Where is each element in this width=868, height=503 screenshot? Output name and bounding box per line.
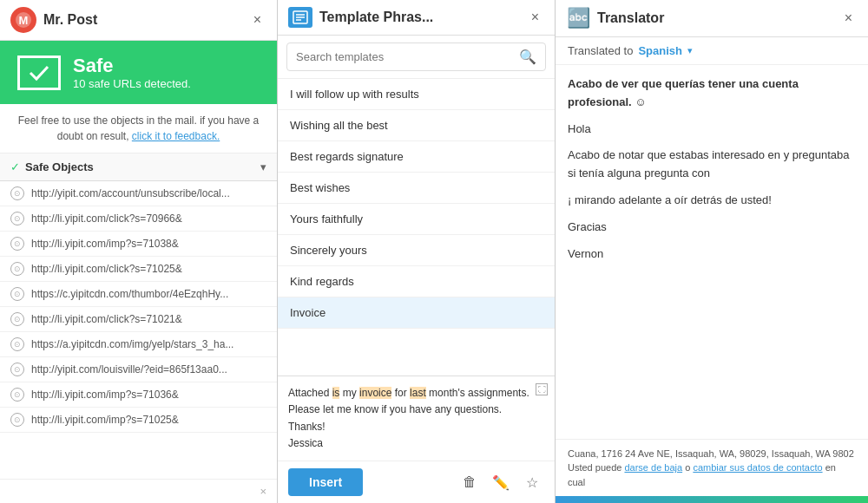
link-icon: ⊙: [10, 312, 24, 326]
safe-objects-header: ✓ Safe Objects ▾: [0, 154, 277, 181]
trans-paragraph: Vernon: [568, 245, 856, 264]
list-item[interactable]: ⊙http://li.yipit.com/imp?s=71036&: [0, 382, 277, 408]
safe-objects-label: Safe Objects: [25, 160, 260, 173]
left-panel: M Mr. Post × Safe 10 safe URLs detected.…: [0, 0, 278, 503]
trans-paragraph: Gracias: [568, 219, 856, 237]
translated-to-bar: Translated to Spanish ▾: [556, 37, 868, 65]
trans-paragraph: Acabo de notar que estabas interesado en…: [568, 147, 856, 183]
template-actions: Insert 🗑 ✏️ ☆: [278, 461, 555, 503]
search-icon: 🔍: [519, 49, 536, 65]
close-small-icon[interactable]: ×: [260, 485, 266, 498]
safe-text-block: Safe 10 safe URLs detected.: [73, 55, 191, 90]
template-item[interactable]: Invoice: [278, 297, 555, 329]
template-item[interactable]: Kind regards: [278, 266, 555, 297]
left-panel-header: M Mr. Post ×: [0, 0, 277, 41]
left-panel-footer: ×: [0, 479, 277, 503]
edit-icon[interactable]: ✏️: [489, 470, 513, 494]
left-panel-title: Mr. Post: [43, 12, 248, 28]
template-item[interactable]: Sincerely yours: [278, 235, 555, 266]
svg-text:M: M: [19, 14, 29, 27]
footer-between-text: o: [685, 462, 693, 473]
trans-intro: Acabo de ver que querías tener una cuent…: [568, 75, 856, 112]
footer-gradient: [556, 496, 868, 503]
footer-address: Cuana, 1716 24 Ave NE, Issaquah, WA, 980…: [568, 447, 856, 461]
middle-panel-title: Template Phras...: [319, 10, 519, 25]
list-item[interactable]: ⊙http://li.yipit.com/click?s=71025&: [0, 257, 277, 282]
language-badge[interactable]: Spanish: [638, 44, 682, 57]
language-chevron-icon[interactable]: ▾: [687, 45, 693, 56]
link-icon: ⊙: [10, 186, 24, 200]
check-icon: ✓: [10, 160, 20, 173]
url-list: ⊙http://yipit.com/account/unsubscribe/lo…: [0, 181, 277, 479]
list-item[interactable]: ⊙http://li.yipit.com/click?s=71021&: [0, 307, 277, 332]
template-item[interactable]: Yours faithfully: [278, 204, 555, 235]
footer-links: Usted puede darse de baja o cambiar sus …: [568, 461, 856, 489]
expand-icon[interactable]: ⛶: [536, 383, 548, 395]
chevron-down-icon[interactable]: ▾: [260, 160, 266, 173]
safe-title: Safe: [73, 55, 191, 77]
template-icon: [288, 7, 312, 28]
template-item[interactable]: Best regards signature: [278, 141, 555, 173]
insert-button[interactable]: Insert: [288, 468, 363, 496]
translator-content: Acabo de ver que querías tener una cuent…: [556, 65, 868, 439]
preview-text: Attached is my invoice for last month's …: [288, 385, 544, 452]
middle-panel: Template Phras... × 🔍 I will follow up w…: [278, 0, 556, 503]
link-icon: ⊙: [10, 337, 24, 351]
safe-info: Feel free to use the objects in the mail…: [0, 104, 277, 154]
left-panel-close[interactable]: ×: [248, 10, 266, 29]
trans-paragraph: ¡ mirando adelante a oír detrás de usted…: [568, 192, 856, 210]
template-list: I will follow up with resultsWishing all…: [278, 78, 555, 376]
app-icon: M: [10, 7, 36, 33]
list-item[interactable]: ⊙http://yipit.com/louisville/?eid=865f13…: [0, 357, 277, 382]
list-item[interactable]: ⊙http://li.yipit.com/imp?s=71025&: [0, 408, 277, 433]
template-item[interactable]: I will follow up with results: [278, 79, 555, 110]
link-icon: ⊙: [10, 212, 24, 225]
translator-title: Translator: [597, 10, 839, 26]
list-item[interactable]: ⊙http://li.yipit.com/imp?s=71038&: [0, 232, 277, 257]
trans-paragraph: Hola: [568, 121, 856, 139]
link-icon: ⊙: [10, 388, 24, 402]
safe-subtitle: 10 safe URLs detected.: [73, 77, 191, 90]
list-item[interactable]: ⊙https://a.yipitcdn.com/img/yelp/stars_3…: [0, 332, 277, 357]
middle-panel-close[interactable]: ×: [526, 8, 544, 27]
safe-checkmark-icon: [17, 56, 61, 90]
footer-text-before: Usted puede: [568, 462, 621, 473]
template-item[interactable]: Best wishes: [278, 173, 555, 204]
feedback-link[interactable]: click it to feedback.: [132, 130, 220, 142]
delete-icon[interactable]: 🗑: [457, 470, 482, 494]
translator-icon: 🔤: [566, 7, 590, 29]
list-item[interactable]: ⊙https://c.yipitcdn.com/thumbor/4eEzqhHy…: [0, 282, 277, 307]
list-item[interactable]: ⊙http://li.yipit.com/click?s=70966&: [0, 206, 277, 232]
template-preview: ⛶ Attached is my invoice for last month'…: [278, 376, 555, 461]
right-panel-close[interactable]: ×: [839, 9, 858, 28]
search-bar: 🔍: [286, 42, 546, 71]
right-panel: 🔤 Translator × Translated to Spanish ▾ A…: [556, 0, 868, 503]
star-icon[interactable]: ☆: [520, 470, 544, 494]
safe-banner: Safe 10 safe URLs detected.: [0, 41, 277, 104]
translator-header: 🔤 Translator ×: [556, 0, 868, 37]
middle-panel-header: Template Phras... ×: [278, 0, 555, 36]
link-icon: ⊙: [10, 262, 24, 276]
translated-to-label: Translated to: [568, 44, 633, 57]
link-icon: ⊙: [10, 237, 24, 251]
list-item[interactable]: ⊙http://yipit.com/account/unsubscribe/lo…: [0, 181, 277, 206]
link-icon: ⊙: [10, 363, 24, 376]
footer-unsubscribe-link[interactable]: darse de baja: [624, 462, 682, 473]
translator-footer: Cuana, 1716 24 Ave NE, Issaquah, WA, 980…: [556, 439, 868, 497]
link-icon: ⊙: [10, 287, 24, 301]
footer-contact-link[interactable]: cambiar sus datos de contacto: [693, 462, 822, 473]
search-input[interactable]: [296, 50, 519, 63]
link-icon: ⊙: [10, 413, 24, 427]
template-item[interactable]: Wishing all the best: [278, 110, 555, 141]
